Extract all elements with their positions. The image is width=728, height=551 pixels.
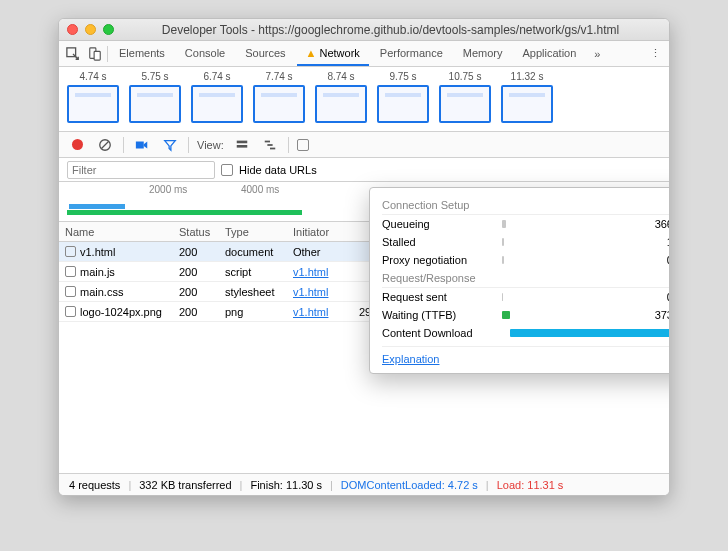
- network-toolbar: View:: [59, 132, 669, 158]
- tab-network[interactable]: ▲Network: [297, 42, 369, 66]
- timing-label: Request sent: [382, 291, 502, 303]
- overview-tick: 4000 ms: [241, 184, 279, 195]
- kebab-menu-icon[interactable]: ⋮: [645, 44, 665, 64]
- request-initiator[interactable]: v1.html: [293, 286, 347, 298]
- timing-value: 0.52 ms: [634, 254, 670, 266]
- timing-value: 366.20 ms: [634, 218, 670, 230]
- frame-thumbnail: [501, 85, 553, 123]
- request-name: main.css: [80, 286, 123, 298]
- frame-time: 10.75 s: [449, 71, 482, 82]
- request-status: 200: [179, 246, 225, 258]
- frame-thumbnail: [191, 85, 243, 123]
- more-tabs-icon[interactable]: »: [587, 44, 607, 64]
- device-toggle-icon[interactable]: [85, 44, 105, 64]
- close-icon[interactable]: [67, 24, 78, 35]
- svg-rect-9: [267, 144, 272, 146]
- minimize-icon[interactable]: [85, 24, 96, 35]
- timing-row: Proxy negotiation0.52 ms: [382, 251, 670, 269]
- hide-data-urls-label: Hide data URLs: [239, 164, 317, 176]
- col-name[interactable]: Name: [59, 226, 179, 238]
- filmstrip: 4.74 s5.75 s6.74 s7.74 s8.74 s9.75 s10.7…: [59, 67, 669, 132]
- window-title: Developer Tools - https://googlechrome.g…: [120, 23, 661, 37]
- row-checkbox[interactable]: [65, 246, 76, 257]
- camera-icon[interactable]: [132, 135, 152, 155]
- filmstrip-frame[interactable]: 11.32 s: [501, 71, 553, 123]
- row-checkbox[interactable]: [65, 306, 76, 317]
- tab-application[interactable]: Application: [514, 42, 586, 66]
- request-name: logo-1024px.png: [80, 306, 162, 318]
- frame-thumbnail: [315, 85, 367, 123]
- timing-row: Waiting (TTFB)373.77 ms: [382, 306, 670, 324]
- frame-thumbnail: [253, 85, 305, 123]
- request-status: 200: [179, 306, 225, 318]
- svg-rect-5: [136, 141, 144, 148]
- request-initiator[interactable]: Other: [293, 246, 347, 258]
- summary-dcl: DOMContentLoaded: 4.72 s: [341, 479, 478, 491]
- timing-value: 1.18 ms: [634, 236, 670, 248]
- col-status[interactable]: Status: [179, 226, 225, 238]
- svg-rect-6: [236, 140, 247, 143]
- record-button[interactable]: [67, 135, 87, 155]
- timing-bar: [502, 256, 504, 264]
- row-checkbox[interactable]: [65, 286, 76, 297]
- large-rows-icon[interactable]: [232, 135, 252, 155]
- tab-memory[interactable]: Memory: [454, 42, 512, 66]
- timing-label: Proxy negotiation: [382, 254, 502, 266]
- timing-row: Request sent0.10 ms: [382, 288, 670, 306]
- col-initiator[interactable]: Initiator: [293, 226, 347, 238]
- filmstrip-frame[interactable]: 6.74 s: [191, 71, 243, 123]
- frame-thumbnail: [377, 85, 429, 123]
- filmstrip-frame[interactable]: 7.74 s: [253, 71, 305, 123]
- request-type: script: [225, 266, 293, 278]
- request-initiator[interactable]: v1.html: [293, 306, 347, 318]
- filmstrip-frame[interactable]: 5.75 s: [129, 71, 181, 123]
- timing-label: Queueing: [382, 218, 502, 230]
- timing-bar: [510, 329, 670, 337]
- request-status: 200: [179, 266, 225, 278]
- tab-elements[interactable]: Elements: [110, 42, 174, 66]
- timing-bar: [502, 220, 506, 228]
- request-status: 200: [179, 286, 225, 298]
- filter-input[interactable]: [67, 161, 215, 179]
- inspect-icon[interactable]: [63, 44, 83, 64]
- tab-sources[interactable]: Sources: [236, 42, 294, 66]
- explanation-link[interactable]: Explanation: [382, 353, 440, 365]
- titlebar: Developer Tools - https://googlechrome.g…: [59, 19, 669, 41]
- filmstrip-frame[interactable]: 8.74 s: [315, 71, 367, 123]
- hide-data-urls-checkbox[interactable]: [221, 164, 233, 176]
- zoom-icon[interactable]: [103, 24, 114, 35]
- timing-value: 373.77 ms: [634, 309, 670, 321]
- timing-value: 0.10 ms: [634, 291, 670, 303]
- frame-time: 8.74 s: [327, 71, 354, 82]
- frame-thumbnail: [67, 85, 119, 123]
- svg-line-4: [102, 141, 109, 148]
- frame-time: 4.74 s: [79, 71, 106, 82]
- devtools-window: Developer Tools - https://googlechrome.g…: [58, 18, 670, 496]
- summary-load: Load: 11.31 s: [497, 479, 564, 491]
- group-checkbox[interactable]: [297, 139, 309, 151]
- filmstrip-frame[interactable]: 9.75 s: [377, 71, 429, 123]
- overview-bar: [67, 210, 302, 215]
- clear-button[interactable]: [95, 135, 115, 155]
- summary-bar: 4 requests | 332 KB transferred | Finish…: [59, 473, 669, 495]
- filmstrip-frame[interactable]: 10.75 s: [439, 71, 491, 123]
- waterfall-icon[interactable]: [260, 135, 280, 155]
- filter-icon[interactable]: [160, 135, 180, 155]
- filmstrip-frame[interactable]: 4.74 s: [67, 71, 119, 123]
- frame-time: 7.74 s: [265, 71, 292, 82]
- view-label: View:: [197, 139, 224, 151]
- tab-console[interactable]: Console: [176, 42, 234, 66]
- summary-finish: Finish: 11.30 s: [250, 479, 322, 491]
- tab-performance[interactable]: Performance: [371, 42, 452, 66]
- frame-time: 5.75 s: [141, 71, 168, 82]
- filter-row: Hide data URLs: [59, 158, 669, 182]
- col-type[interactable]: Type: [225, 226, 293, 238]
- divider: [107, 46, 108, 62]
- panel-tabbar: ElementsConsoleSources▲NetworkPerformanc…: [59, 41, 669, 67]
- request-initiator[interactable]: v1.html: [293, 266, 347, 278]
- timing-popover: Connection SetupTIMEQueueing366.20 msSta…: [369, 187, 670, 374]
- timing-bar: [502, 238, 504, 246]
- timing-section-header: Request/ResponseTIME: [382, 269, 670, 288]
- svg-rect-8: [264, 140, 269, 142]
- row-checkbox[interactable]: [65, 266, 76, 277]
